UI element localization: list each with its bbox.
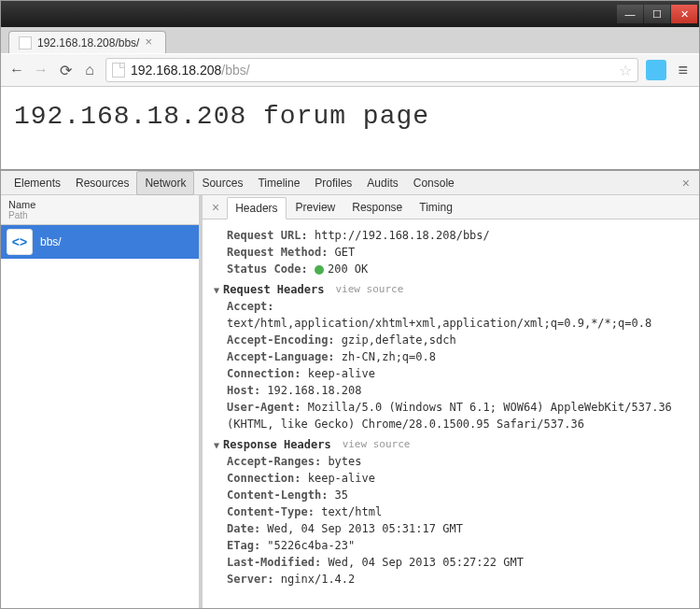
page-heading: 192.168.18.208 forum page [14,102,686,131]
page-icon [112,63,125,78]
header-host: Host: 192.168.18.208 [227,382,688,399]
browser-toolbar: ← → ⟳ ⌂ 192.168.18.208/bbs/ ☆ ≡ [1,53,699,87]
browser-tab[interactable]: 192.168.18.208/bbs/ × [8,31,166,53]
status-dot-icon [315,265,324,275]
extension-button[interactable] [646,60,666,80]
bookmark-star-icon[interactable]: ☆ [619,62,632,79]
tab-console[interactable]: Console [406,172,462,194]
header-server: Server: nginx/1.4.2 [227,571,688,588]
network-request-list: Name Path <> bbs/ [1,195,203,608]
header-accept-ranges: Accept-Ranges: bytes [227,453,688,470]
view-source-link[interactable]: view source [343,437,411,453]
hamburger-menu-icon[interactable]: ≡ [674,61,692,80]
network-detail-panel: × Headers Preview Response Timing Reques… [203,195,699,608]
triangle-down-icon: ▼ [214,440,219,450]
header-connection: Connection: keep-alive [227,365,688,382]
header-user-agent: User-Agent: Mozilla/5.0 (Windows NT 6.1;… [227,399,688,432]
reload-button[interactable]: ⟳ [57,62,74,78]
label-request-url: Request URL: [227,229,308,242]
label-status-code: Status Code: [227,262,308,276]
detail-tab-response[interactable]: Response [344,197,410,218]
url-path: /bbs/ [221,63,249,78]
header-accept-language: Accept-Language: zh-CN,zh;q=0.8 [227,348,688,365]
response-headers-label: Response Headers [223,438,331,451]
address-bar[interactable]: 192.168.18.208/bbs/ ☆ [105,58,638,82]
tab-favicon-icon [19,36,32,50]
window-close-button[interactable]: ✕ [671,5,697,23]
value-status-code: 200 OK [328,262,368,276]
view-source-link[interactable]: view source [335,282,403,298]
request-headers-label: Request Headers [223,283,324,296]
devtools-tabs: Elements Resources Network Sources Timel… [1,171,699,195]
triangle-down-icon: ▼ [214,285,219,295]
home-button[interactable]: ⌂ [81,62,98,78]
header-accept-encoding: Accept-Encoding: gzip,deflate,sdch [227,332,688,348]
response-headers-section[interactable]: ▼Response Headers view source [214,436,688,453]
url-host: 192.168.18.208 [131,63,221,78]
header-accept: Accept: text/html,application/xhtml+xml,… [227,298,688,332]
window-titlebar: — ☐ ✕ [1,1,699,27]
network-list-header[interactable]: Name Path [1,195,199,225]
tab-network[interactable]: Network [136,171,194,195]
document-icon: <> [7,229,33,255]
header-etag: ETag: "5226c4ba-23" [227,537,688,554]
url-text: 192.168.18.208/bbs/ [131,63,613,78]
tab-resources[interactable]: Resources [68,172,136,194]
header-connection-resp: Connection: keep-alive [227,470,688,487]
devtools-close-icon[interactable]: × [679,176,693,191]
network-request-row[interactable]: <> bbs/ [1,225,199,259]
tab-timeline[interactable]: Timeline [250,172,307,194]
document-icon-glyph: <> [12,234,27,249]
detail-tab-preview[interactable]: Preview [288,197,343,218]
forward-button[interactable]: → [33,62,49,78]
window-minimize-button[interactable]: — [617,5,643,23]
detail-close-icon[interactable]: × [206,200,225,215]
list-header-name: Name [8,199,191,210]
page-content: 192.168.18.208 forum page [1,87,699,171]
devtools-body: Name Path <> bbs/ × Headers Preview Resp… [1,195,699,608]
status-code-line: Status Code: 200 OK [227,261,688,277]
tab-title: 192.168.18.208/bbs/ [37,36,139,50]
browser-tab-bar: 192.168.18.208/bbs/ × [1,27,699,53]
header-date: Date: Wed, 04 Sep 2013 05:31:17 GMT [227,520,688,537]
detail-tab-headers[interactable]: Headers [227,197,286,220]
tab-audits[interactable]: Audits [359,172,405,194]
devtools-panel: Elements Resources Network Sources Timel… [1,171,699,608]
header-content-type: Content-Type: text/html [227,503,688,520]
tab-elements[interactable]: Elements [7,172,68,194]
request-url-line: Request URL: http://192.168.18.208/bbs/ [227,227,688,244]
request-method-line: Request Method: GET [227,244,688,261]
value-request-url: http://192.168.18.208/bbs/ [315,229,490,242]
label-request-method: Request Method: [227,246,328,259]
value-request-method: GET [335,246,356,259]
tab-close-icon[interactable]: × [145,37,156,49]
back-button[interactable]: ← [8,62,25,78]
header-last-modified: Last-Modified: Wed, 04 Sep 2013 05:27:22… [227,554,688,571]
request-name: bbs/ [40,235,62,248]
request-headers-section[interactable]: ▼Request Headers view source [214,281,688,298]
headers-body: Request URL: http://192.168.18.208/bbs/ … [203,220,699,608]
tab-sources[interactable]: Sources [194,172,250,194]
window-maximize-button[interactable]: ☐ [644,5,670,23]
list-header-path: Path [8,210,191,220]
tab-profiles[interactable]: Profiles [307,172,359,194]
detail-tabs: × Headers Preview Response Timing [203,195,699,220]
header-content-length: Content-Length: 35 [227,487,688,503]
detail-tab-timing[interactable]: Timing [412,197,460,218]
